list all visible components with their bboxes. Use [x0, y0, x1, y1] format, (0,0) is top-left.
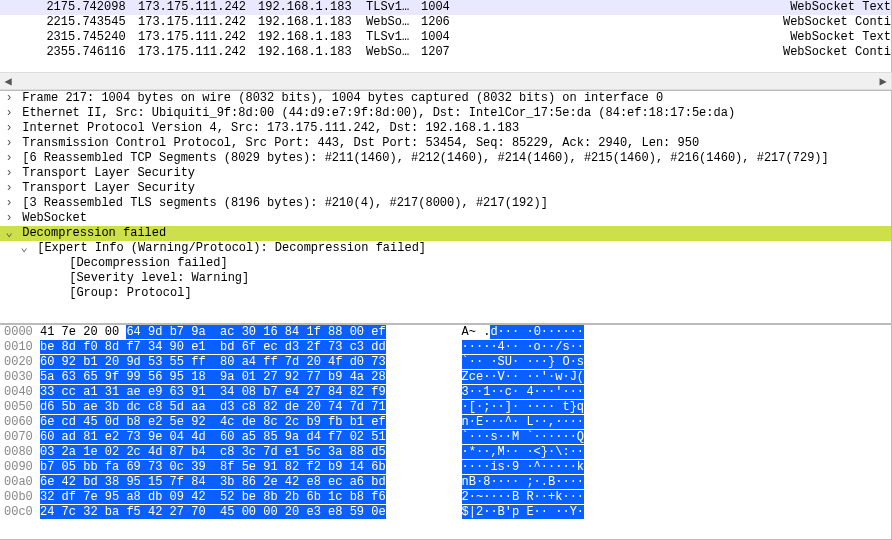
packet-row[interactable]: 221 5.743545 173.175.111.242 192.168.1.1…	[0, 15, 891, 30]
hex-bytes: 41 7e 20 00 64 9d b7 9a ac 30 16 84 1f 8…	[40, 325, 440, 340]
packet-col-time: 5.743545	[68, 15, 138, 30]
packet-row[interactable]: 231 5.745240 173.175.111.242 192.168.1.1…	[0, 30, 891, 45]
hex-row[interactable]: 0010be 8d f0 8d f7 34 90 e1 bd 6f ec d3 …	[0, 340, 891, 355]
hex-offset: 0070	[0, 430, 40, 445]
packet-col-src: 173.175.111.242	[138, 30, 258, 45]
hex-row[interactable]: 0090b7 05 bb fa 69 73 0c 39 8f 5e 91 82 …	[0, 460, 891, 475]
hex-row[interactable]: 004033 cc a1 31 ae e9 63 91 34 08 b7 e4 …	[0, 385, 891, 400]
hex-bytes: 33 cc a1 31 ae e9 63 91 34 08 b7 e4 27 8…	[40, 385, 440, 400]
detail-line[interactable]: [Severity level: Warning]	[0, 271, 891, 286]
packet-detail-pane[interactable]: › Frame 217: 1004 bytes on wire (8032 bi…	[0, 90, 892, 324]
detail-line[interactable]: › Transport Layer Security	[0, 181, 891, 196]
caret-down-icon[interactable]: ⌄	[3, 226, 15, 241]
detail-line[interactable]: › Frame 217: 1004 bytes on wire (8032 bi…	[0, 91, 891, 106]
detail-line[interactable]: › Transport Layer Security	[0, 166, 891, 181]
detail-line[interactable]: › [6 Reassembled TCP Segments (8029 byte…	[0, 151, 891, 166]
hex-row[interactable]: 00b032 df 7e 95 a8 db 09 42 52 be 8b 2b …	[0, 490, 891, 505]
detail-line[interactable]: › Internet Protocol Version 4, Src: 173.…	[0, 121, 891, 136]
hex-row[interactable]: 00606e cd 45 0d b8 e2 5e 92 4c de 8c 2c …	[0, 415, 891, 430]
caret-right-icon[interactable]: ›	[3, 151, 15, 166]
detail-line[interactable]: [Group: Protocol]	[0, 286, 891, 301]
detail-text: Frame 217: 1004 bytes on wire (8032 bits…	[15, 91, 663, 106]
scroll-left-icon[interactable]: ◀	[0, 74, 16, 89]
caret-right-icon[interactable]: ›	[3, 181, 15, 196]
detail-line[interactable]: › Transmission Control Protocol, Src Por…	[0, 136, 891, 151]
hex-bytes: 32 df 7e 95 a8 db 09 42 52 be 8b 2b 6b 1…	[40, 490, 440, 505]
hex-ascii: A~ .d··· ·0······	[462, 325, 662, 340]
caret-right-icon[interactable]: ›	[3, 91, 15, 106]
caret-right-icon[interactable]: ›	[3, 121, 15, 136]
hex-ascii: 3··1··c· 4···'···	[462, 385, 662, 400]
detail-text: [Severity level: Warning]	[62, 271, 249, 286]
hex-row[interactable]: 00c024 7c 32 ba f5 42 27 70 45 00 00 20 …	[0, 505, 891, 520]
detail-text: WebSocket	[15, 211, 87, 226]
packet-row[interactable]: 235 5.746116 173.175.111.242 192.168.1.1…	[0, 45, 891, 60]
caret-down-icon[interactable]: ⌄	[18, 241, 30, 256]
detail-text: [3 Reassembled TLS segments (8196 bytes)…	[15, 196, 548, 211]
packet-list-hscrollbar[interactable]: ◀ ▶	[0, 72, 892, 90]
detail-line[interactable]: ⌄ [Expert Info (Warning/Protocol): Decom…	[0, 241, 891, 256]
hex-bytes: 03 2a 1e 02 2c 4d 87 b4 c8 3c 7d e1 5c 3…	[40, 445, 440, 460]
hex-bytes: 60 92 b1 20 9d 53 55 ff 80 a4 ff 7d 20 4…	[40, 355, 440, 370]
hex-offset: 00a0	[0, 475, 40, 490]
detail-text: Decompression failed	[15, 226, 166, 241]
packet-col-len: 1004	[421, 30, 466, 45]
hex-row[interactable]: 00305a 63 65 9f 99 56 95 18 9a 01 27 92 …	[0, 370, 891, 385]
hex-bytes: b7 05 bb fa 69 73 0c 39 8f 5e 91 82 f2 b…	[40, 460, 440, 475]
hex-offset: 0000	[0, 325, 40, 340]
packet-col-info: WebSocket Text	[790, 30, 891, 45]
caret-right-icon[interactable]: ›	[3, 196, 15, 211]
hex-offset: 00b0	[0, 490, 40, 505]
packet-col-time: 5.745240	[68, 30, 138, 45]
hex-offset: 0040	[0, 385, 40, 400]
packet-col-no: 231	[30, 30, 68, 45]
packet-col-dst: 192.168.1.183	[258, 30, 366, 45]
hex-offset: 0020	[0, 355, 40, 370]
hex-offset: 0080	[0, 445, 40, 460]
caret-right-icon[interactable]: ›	[3, 211, 15, 226]
packet-col-proto: WebSo…	[366, 15, 421, 30]
detail-line[interactable]: › Ethernet II, Src: Ubiquiti_9f:8d:00 (4…	[0, 106, 891, 121]
detail-text: [6 Reassembled TCP Segments (8029 bytes)…	[15, 151, 829, 166]
hex-row[interactable]: 000041 7e 20 00 64 9d b7 9a ac 30 16 84 …	[0, 325, 891, 340]
hex-bytes: 24 7c 32 ba f5 42 27 70 45 00 00 20 e3 e…	[40, 505, 440, 520]
packet-col-src: 173.175.111.242	[138, 15, 258, 30]
detail-text: [Decompression failed]	[62, 256, 228, 271]
packet-row[interactable]: 217 5.742098 173.175.111.242 192.168.1.1…	[0, 0, 891, 15]
scroll-right-icon[interactable]: ▶	[875, 74, 891, 89]
hex-ascii: `·· ·SU· ···} O·s	[462, 355, 662, 370]
hex-offset: 0050	[0, 400, 40, 415]
detail-line[interactable]: › WebSocket	[0, 211, 891, 226]
hex-ascii: nB·8···· ;·.B····	[462, 475, 662, 490]
caret-right-icon[interactable]: ›	[3, 136, 15, 151]
packet-col-info: WebSocket Text	[790, 0, 891, 15]
detail-line[interactable]: ⌄ Decompression failed	[0, 226, 891, 241]
packet-col-src: 173.175.111.242	[138, 0, 258, 15]
detail-line[interactable]: › [3 Reassembled TLS segments (8196 byte…	[0, 196, 891, 211]
hex-row[interactable]: 0050d6 5b ae 3b dc c8 5d aa d3 c8 82 de …	[0, 400, 891, 415]
hex-row[interactable]: 002060 92 b1 20 9d 53 55 ff 80 a4 ff 7d …	[0, 355, 891, 370]
packet-col-proto: TLSv1…	[366, 0, 421, 15]
detail-text: Ethernet II, Src: Ubiquiti_9f:8d:00 (44:…	[15, 106, 735, 121]
hex-bytes: be 8d f0 8d f7 34 90 e1 bd 6f ec d3 2f 7…	[40, 340, 440, 355]
detail-text: Transport Layer Security	[15, 181, 195, 196]
hex-bytes: d6 5b ae 3b dc c8 5d aa d3 c8 82 de 20 7…	[40, 400, 440, 415]
caret-right-icon[interactable]: ›	[3, 106, 15, 121]
caret-right-icon[interactable]: ›	[3, 166, 15, 181]
hex-row[interactable]: 00a06e 42 bd 38 95 15 7f 84 3b 86 2e 42 …	[0, 475, 891, 490]
hex-offset: 0010	[0, 340, 40, 355]
packet-col-dst: 192.168.1.183	[258, 0, 366, 15]
hex-bytes: 60 ad 81 e2 73 9e 04 4d 60 a5 85 9a d4 f…	[40, 430, 440, 445]
hex-row[interactable]: 007060 ad 81 e2 73 9e 04 4d 60 a5 85 9a …	[0, 430, 891, 445]
hex-offset: 00c0	[0, 505, 40, 520]
packet-col-proto: WebSo…	[366, 45, 421, 60]
hex-row[interactable]: 008003 2a 1e 02 2c 4d 87 b4 c8 3c 7d e1 …	[0, 445, 891, 460]
detail-line[interactable]: [Decompression failed]	[0, 256, 891, 271]
packet-bytes-pane[interactable]: 000041 7e 20 00 64 9d b7 9a ac 30 16 84 …	[0, 324, 892, 540]
packet-col-time: 5.746116	[68, 45, 138, 60]
hex-ascii: Zce··V·· ··'·w·J(	[462, 370, 662, 385]
hex-ascii: $|2··B'p E·· ··Y·	[462, 505, 662, 520]
packet-list-pane[interactable]: 217 5.742098 173.175.111.242 192.168.1.1…	[0, 0, 892, 73]
detail-text: Transport Layer Security	[15, 166, 195, 181]
hex-bytes: 6e cd 45 0d b8 e2 5e 92 4c de 8c 2c b9 f…	[40, 415, 440, 430]
